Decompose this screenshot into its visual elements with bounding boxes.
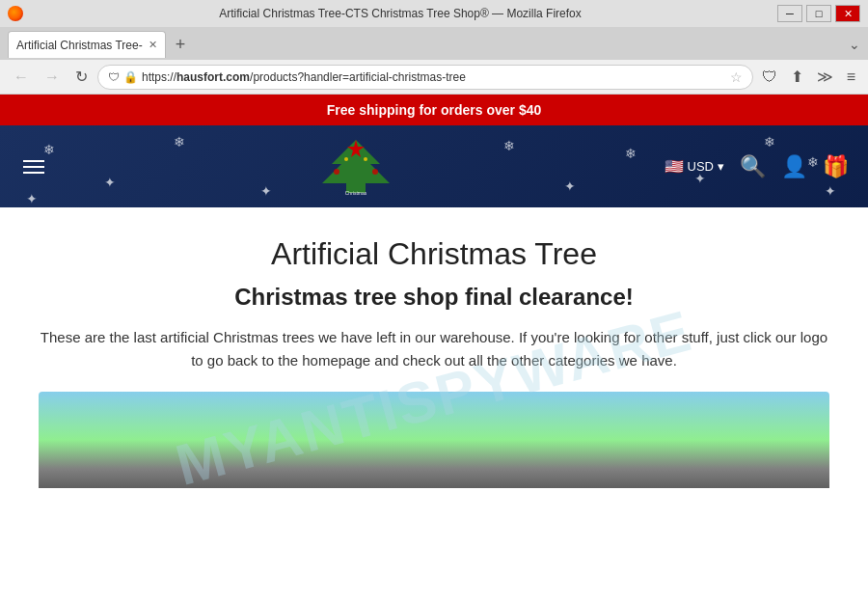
toolbar-icons: 🛡 ⬆ ≫ ≡ xyxy=(757,66,860,88)
browser-window: Artificial Christmas Tree-CTS Christmas … xyxy=(0,0,868,95)
logo-svg: Christmas xyxy=(312,135,399,198)
currency-label: USD xyxy=(688,159,714,174)
bookmark-star-icon[interactable]: ☆ xyxy=(730,69,743,85)
cart-button[interactable]: 🎁 xyxy=(823,154,849,179)
new-tab-button[interactable]: + xyxy=(170,35,192,55)
main-content: Artificial Christmas Tree Christmas tree… xyxy=(0,207,868,507)
product-image xyxy=(39,392,829,488)
site-logo[interactable]: Christmas xyxy=(312,135,399,198)
website-content: Free shipping for orders over $40 ❄ ✦ ❄ … xyxy=(0,95,868,507)
cart-icon: 🎁 xyxy=(823,154,849,178)
hamburger-line-3 xyxy=(23,172,44,174)
currency-dropdown-icon: ▾ xyxy=(718,159,724,174)
url-text: https://hausfort.com/products?handler=ar… xyxy=(142,70,726,84)
svg-point-5 xyxy=(344,157,348,161)
page-title: Artificial Christmas Tree xyxy=(39,236,829,272)
hamburger-line-2 xyxy=(23,166,44,168)
promo-text: Free shipping for orders over $40 xyxy=(327,102,542,118)
page-description: These are the last artificial Christmas … xyxy=(39,326,829,372)
search-button[interactable]: 🔍 xyxy=(740,154,766,179)
promo-banner: Free shipping for orders over $40 xyxy=(0,95,868,125)
menu-button[interactable]: ≡ xyxy=(842,67,860,88)
forward-button[interactable]: → xyxy=(39,67,66,88)
account-icon: 👤 xyxy=(781,154,807,178)
reload-button[interactable]: ↻ xyxy=(69,66,94,88)
window-title: Artificial Christmas Tree-CTS Christmas … xyxy=(23,7,777,20)
search-icon: 🔍 xyxy=(740,154,766,178)
tab-bar: Artificial Christmas Tree- ✕ + ⌄ xyxy=(0,27,868,60)
shield-icon: 🛡 xyxy=(108,70,120,84)
hamburger-menu-button[interactable] xyxy=(19,156,48,178)
extensions-button[interactable]: ≫ xyxy=(812,66,838,88)
currency-selector[interactable]: 🇺🇸 USD ▾ xyxy=(665,157,724,176)
svg-point-3 xyxy=(334,169,339,175)
active-tab[interactable]: Artificial Christmas Tree- ✕ xyxy=(8,31,166,58)
tab-label: Artificial Christmas Tree- xyxy=(16,39,143,52)
tab-close-button[interactable]: ✕ xyxy=(149,39,157,51)
hamburger-line-1 xyxy=(23,160,44,162)
close-button[interactable]: ✕ xyxy=(835,5,860,22)
svg-point-4 xyxy=(372,169,378,175)
firefox-icon xyxy=(8,6,23,21)
nav-bar: ← → ↻ 🛡 🔒 https://hausfort.com/products?… xyxy=(0,60,868,95)
svg-text:Christmas: Christmas xyxy=(345,190,367,196)
share-button[interactable]: ⬆ xyxy=(786,66,808,88)
tab-menu-button[interactable]: ⌄ xyxy=(849,37,860,52)
us-flag-icon: 🇺🇸 xyxy=(665,157,684,176)
shield-button[interactable]: 🛡 xyxy=(757,67,782,88)
title-bar: Artificial Christmas Tree-CTS Christmas … xyxy=(0,0,868,27)
svg-point-6 xyxy=(364,157,367,161)
back-button[interactable]: ← xyxy=(8,67,35,88)
site-header: ❄ ✦ ❄ ✦ ❄ ✦ ❄ ✦ ❄ ✦ ❄ ✦ Ch xyxy=(0,125,868,207)
address-bar[interactable]: 🛡 🔒 https://hausfort.com/products?handle… xyxy=(97,65,753,90)
page-subtitle: Christmas tree shop final clearance! xyxy=(39,284,829,311)
lock-icon: 🔒 xyxy=(123,70,138,84)
header-right: 🇺🇸 USD ▾ 🔍 👤 🎁 xyxy=(665,154,849,179)
account-button[interactable]: 👤 xyxy=(781,154,807,179)
maximize-button[interactable]: □ xyxy=(806,5,831,22)
window-controls: ─ □ ✕ xyxy=(777,5,860,22)
minimize-button[interactable]: ─ xyxy=(777,5,802,22)
